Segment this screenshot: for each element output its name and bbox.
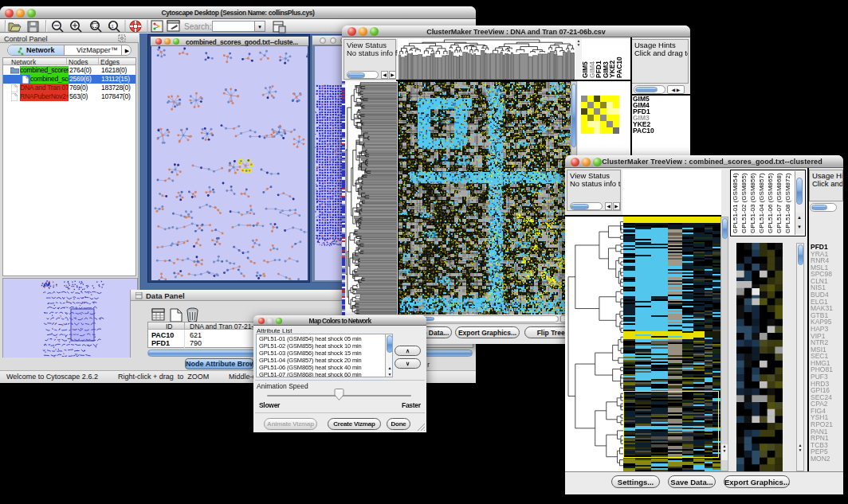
svg-text:1:1: 1:1	[108, 24, 114, 29]
